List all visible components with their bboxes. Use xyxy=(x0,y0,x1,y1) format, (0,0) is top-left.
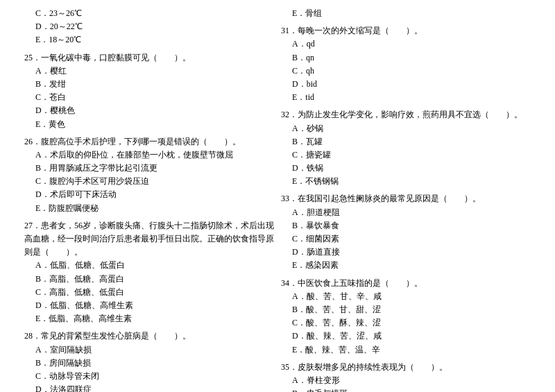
q25-opt-a: A．樱红 xyxy=(24,65,274,78)
q27-opt-b: B．高脂、低糖、高蛋白 xyxy=(24,273,274,286)
q27-opt-c: C．高脂、低糖、低蛋白 xyxy=(24,286,274,299)
q34-opt-e: E．酸、辣、苦、温、辛 xyxy=(281,343,531,357)
q33-text: 33．在我国引起急性阑脉炎的最常见原因是（ ）。 xyxy=(281,192,531,205)
q25-opt-d: D．樱桃色 xyxy=(24,104,274,117)
question-33: 33．在我国引起急性阑脉炎的最常见原因是（ ）。 A．胆道梗阻 B．暴饮暴食 C… xyxy=(281,192,531,272)
q28-opt-d: D．法洛四联症 xyxy=(24,383,274,392)
q34-opt-a: A．酸、苦、甘、辛、咸 xyxy=(281,290,531,303)
left-column: C．23～26℃ D．20～22℃ E．18～20℃ 25．一氧化碳中毒，口腔黏… xyxy=(21,7,278,392)
question-34: 34．中医饮食上五味指的是（ ）。 A．酸、苦、甘、辛、咸 B．酸、苦、甘、甜、… xyxy=(281,277,531,357)
q31-opt-b: B．qn xyxy=(281,51,531,65)
q35-opt-a: A．脊柱变形 xyxy=(281,374,531,387)
q28-opt-b: B．房间隔缺损 xyxy=(24,357,274,370)
q25-opt-e: E．黄色 xyxy=(24,118,274,131)
q26-opt-c: C．腹腔沟手术区可用沙袋压迫 xyxy=(24,175,274,188)
q32-opt-c: C．搪瓷罐 xyxy=(281,148,531,162)
q26-opt-d: D．术后即可下床活动 xyxy=(24,188,274,201)
q34-opt-b: B．酸、苦、甘、甜、涩 xyxy=(281,303,531,316)
top-options-block: C．23～26℃ D．20～22℃ E．18～20℃ xyxy=(24,7,274,47)
q33-opt-a: A．胆道梗阻 xyxy=(281,206,531,219)
q32-opt-d: D．铁锅 xyxy=(281,162,531,175)
question-35: 35．皮肤裂增多见的持续性表现为（ ）。 A．脊柱变形 B．皮毛与排斑 C．皮肤… xyxy=(281,361,531,392)
q34-opt-c: C．酸、苦、酥、辣、涩 xyxy=(281,316,531,330)
question-26: 26．腹腔高位手术后护理，下列哪一项是错误的（ ）。 A．术后取的仰卧位，在膝部… xyxy=(24,135,274,215)
question-25: 25．一氧化碳中毒，口腔黏膜可见（ ）。 A．樱红 B．发绀 C．苍白 D．樱桃… xyxy=(24,51,274,131)
q27-opt-d: D．低脂、低糖、高维生素 xyxy=(24,299,274,312)
q25-opt-b: B．发绀 xyxy=(24,78,274,91)
q27-opt-a: A．低脂、低糖、低蛋白 xyxy=(24,259,274,272)
option-d20: D．20～22℃ xyxy=(24,20,274,33)
q27-opt-e: E．低脂、高糖、高维生素 xyxy=(24,312,274,325)
question-32: 32．为防止发生化学变化，影响疗效，煎药用具不宜选（ ）。 A．砂锅 B．瓦罐 … xyxy=(281,108,531,188)
q33-opt-d: D．肠道直接 xyxy=(281,246,531,259)
q35-opt-b: B．皮毛与排斑 xyxy=(281,387,531,392)
option-e18: E．18～20℃ xyxy=(24,33,274,46)
question-27: 27．患者女，56岁，诊断腹头痛、行腹头十二指肠切除术，术后出现高血糖，经一段时… xyxy=(24,219,274,326)
q31-opt-c: C．qh xyxy=(281,65,531,78)
q31-text: 31．每晚一次的外文缩写是（ ）。 xyxy=(281,24,531,37)
option-e-bone: E．骨组 xyxy=(281,7,531,20)
q26-text: 26．腹腔高位手术后护理，下列哪一项是错误的（ ）。 xyxy=(24,135,274,148)
q31-opt-d: D．bid xyxy=(281,78,531,91)
q31-opt-e: E．tid xyxy=(281,91,531,104)
q28-opt-c: C．动脉导管未闭 xyxy=(24,370,274,383)
q26-opt-b: B．用胃肠减压之字带比起引流更 xyxy=(24,162,274,175)
right-column: E．骨组 31．每晚一次的外文缩写是（ ）。 A．qd B．qn C．qh D．… xyxy=(278,7,534,392)
question-28: 28．常见的背紧型生发性心脏病是（ ）。 A．室间隔缺损 B．房间隔缺损 C．动… xyxy=(24,330,274,392)
q35-text: 35．皮肤裂增多见的持续性表现为（ ）。 xyxy=(281,361,531,374)
q25-opt-c: C．苍白 xyxy=(24,91,274,104)
top-options-right: E．骨组 xyxy=(281,7,531,20)
q32-text: 32．为防止发生化学变化，影响疗效，煎药用具不宜选（ ）。 xyxy=(281,108,531,121)
q26-opt-e: E．防腹腔嘱便秘 xyxy=(24,202,274,215)
q34-text: 34．中医饮食上五味指的是（ ）。 xyxy=(281,277,531,290)
q33-opt-c: C．细菌因素 xyxy=(281,232,531,246)
q33-opt-e: E．感染因素 xyxy=(281,259,531,272)
q27-text: 27．患者女，56岁，诊断腹头痛、行腹头十二指肠切除术，术后出现高血糖，经一段时… xyxy=(24,219,274,259)
q31-opt-a: A．qd xyxy=(281,37,531,51)
q34-opt-d: D．酸、辣、苦、涩、咸 xyxy=(281,330,531,343)
q32-opt-a: A．砂锅 xyxy=(281,122,531,135)
q25-text: 25．一氧化碳中毒，口腔黏膜可见（ ）。 xyxy=(24,51,274,65)
question-31: 31．每晚一次的外文缩写是（ ）。 A．qd B．qn C．qh D．bid E… xyxy=(281,24,531,104)
option-c23: C．23～26℃ xyxy=(24,7,274,20)
q26-opt-a: A．术后取的仰卧位，在膝部垫一小枕，使腹壁节微屈 xyxy=(24,148,274,162)
q28-text: 28．常见的背紧型生发性心脏病是（ ）。 xyxy=(24,330,274,343)
q33-opt-b: B．暴饮暴食 xyxy=(281,219,531,232)
q32-opt-e: E．不锈钢锅 xyxy=(281,175,531,188)
q32-opt-b: B．瓦罐 xyxy=(281,135,531,148)
q28-opt-a: A．室间隔缺损 xyxy=(24,343,274,357)
